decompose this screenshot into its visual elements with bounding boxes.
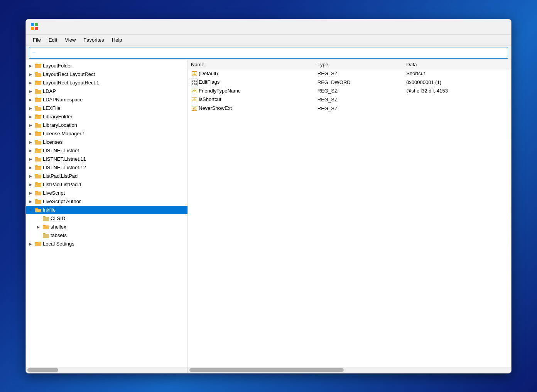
reg-sz-icon: ab — [191, 88, 198, 94]
expand-arrow[interactable]: ▶ — [27, 80, 34, 86]
detail-pane[interactable]: Name Type Data ab(Default)REG_SZShortcut… — [188, 60, 511, 367]
expand-arrow[interactable]: ▶ — [27, 173, 34, 179]
tree-item-label: LibraryFolder — [43, 114, 73, 119]
tree-item[interactable]: ▶ Local Settings — [26, 240, 187, 248]
cell-name: abIsShortcut — [188, 95, 314, 104]
expand-arrow[interactable] — [35, 215, 41, 222]
expand-arrow[interactable]: ▶ — [27, 63, 34, 69]
tree-item[interactable]: ▶ LiveScript Author — [26, 197, 187, 206]
expand-arrow[interactable]: ▶ — [27, 199, 34, 205]
detail-hscroll[interactable] — [188, 367, 511, 373]
svg-rect-1 — [35, 23, 38, 26]
maximize-button[interactable] — [471, 20, 489, 33]
expand-arrow[interactable]: ▶ — [27, 122, 34, 128]
tree-item[interactable]: ▶ LayoutFolder — [26, 62, 187, 70]
expand-arrow[interactable]: ▶ — [27, 131, 34, 137]
expand-arrow[interactable]: ▶ — [27, 97, 34, 103]
tree-item[interactable]: ▶ LiveScript — [26, 189, 187, 197]
cell-data — [403, 104, 511, 113]
tree-item[interactable]: tabsets — [26, 231, 187, 240]
menu-favorites[interactable]: Favorites — [79, 35, 108, 44]
bottom-scrollbars — [26, 367, 511, 373]
content-area: ▶ LayoutFolder▶ LayoutRect.LayoutRect▶ L… — [26, 60, 511, 367]
tree-pane[interactable]: ▶ LayoutFolder▶ LayoutRect.LayoutRect▶ L… — [26, 60, 188, 367]
table-row[interactable]: abFriendlyTypeNameREG_SZ@shell32.dll,-41… — [188, 87, 511, 96]
expand-arrow[interactable] — [35, 232, 41, 239]
cell-type: REG_SZ — [314, 87, 403, 96]
expand-arrow[interactable]: ▶ — [27, 165, 34, 171]
expand-arrow[interactable]: ▶ — [27, 156, 34, 162]
tree-item[interactable]: ▶ LEXFile — [26, 104, 187, 113]
tree-container: ▶ LayoutFolder▶ LayoutRect.LayoutRect▶ L… — [26, 62, 187, 248]
expand-arrow[interactable]: ▶ — [35, 224, 41, 230]
tree-item[interactable]: ▶ LibraryFolder — [26, 113, 187, 121]
table-row[interactable]: ab(Default)REG_SZShortcut — [188, 69, 511, 78]
expand-arrow[interactable]: ▶ — [27, 71, 34, 77]
tree-hscroll-thumb — [27, 368, 58, 372]
expand-arrow[interactable]: ▶ — [27, 88, 34, 94]
tree-item[interactable]: ▾ lnkfile — [26, 206, 187, 214]
table-row[interactable]: abNeverShowExtREG_SZ — [188, 104, 511, 113]
folder-icon — [35, 173, 42, 179]
tree-item-label: Licenses — [43, 139, 62, 145]
tree-item-label: LiveScript Author — [43, 199, 81, 204]
expand-arrow[interactable]: ▾ — [27, 207, 34, 213]
cell-type: REG_SZ — [314, 69, 403, 78]
tree-item[interactable]: CLSID — [26, 214, 187, 223]
tree-item[interactable]: ▶ ListPad.ListPad — [26, 172, 187, 180]
address-text — [32, 52, 35, 53]
tree-item[interactable]: ▶ LibraryLocation — [26, 121, 187, 130]
folder-icon — [35, 122, 42, 128]
folder-icon — [35, 165, 42, 171]
col-data: Data — [403, 60, 511, 69]
expand-arrow[interactable]: ▶ — [27, 182, 34, 188]
tree-item-label: LibraryLocation — [43, 122, 77, 128]
tree-item[interactable]: ▶ LISTNET.Listnet.11 — [26, 155, 187, 163]
tree-item-label: LDAPNamespace — [43, 97, 83, 103]
tree-item-label: LISTNET.Listnet.11 — [43, 156, 86, 162]
tree-item[interactable]: ▶ LISTNET.Listnet — [26, 146, 187, 155]
table-row[interactable]: 011110EditFlagsREG_DWORD0x00000001 (1) — [188, 78, 511, 87]
folder-icon — [35, 156, 42, 162]
expand-arrow[interactable]: ▶ — [27, 114, 34, 120]
cell-name: 011110EditFlags — [188, 78, 314, 87]
tree-item[interactable]: ▶ ListPad.ListPad.1 — [26, 180, 187, 189]
folder-icon — [35, 207, 42, 213]
entry-name: FriendlyTypeName — [199, 88, 241, 94]
expand-arrow[interactable]: ▶ — [27, 139, 34, 145]
tree-hscroll[interactable] — [26, 367, 188, 373]
tree-item[interactable]: ▶ LayoutRect.LayoutRect.1 — [26, 79, 187, 87]
menu-bar: File Edit View Favorites Help — [26, 35, 511, 45]
tree-item-label: ListPad.ListPad — [43, 173, 78, 179]
address-bar[interactable] — [29, 47, 508, 59]
expand-arrow[interactable]: ▶ — [27, 148, 34, 154]
reg-sz-icon: ab — [191, 105, 198, 111]
cell-name: ab(Default) — [188, 69, 314, 78]
tree-item[interactable]: ▶ shellex — [26, 223, 187, 231]
svg-rect-2 — [31, 27, 34, 30]
minimize-button[interactable] — [453, 20, 471, 33]
detail-hscroll-thumb — [189, 368, 344, 372]
menu-edit[interactable]: Edit — [45, 35, 61, 44]
expand-arrow[interactable]: ▶ — [27, 190, 34, 196]
tree-item[interactable]: ▶ License.Manager.1 — [26, 130, 187, 138]
tree-item[interactable]: ▶ Licenses — [26, 138, 187, 146]
close-button[interactable] — [489, 20, 507, 33]
table-row[interactable]: abIsShortcutREG_SZ — [188, 95, 511, 104]
tree-item[interactable]: ▶ LayoutRect.LayoutRect — [26, 70, 187, 79]
folder-icon — [35, 88, 42, 94]
menu-file[interactable]: File — [29, 35, 45, 44]
menu-view[interactable]: View — [61, 35, 79, 44]
tree-item[interactable]: ▶ LDAP — [26, 87, 187, 96]
tree-item[interactable]: ▶ LDAPNamespace — [26, 96, 187, 104]
tree-item-label: tabsets — [51, 232, 67, 238]
tree-item[interactable]: ▶ LISTNET.Listnet.12 — [26, 163, 187, 172]
menu-help[interactable]: Help — [108, 35, 126, 44]
folder-icon — [35, 97, 42, 103]
expand-arrow[interactable]: ▶ — [27, 105, 34, 111]
cell-type: REG_SZ — [314, 95, 403, 104]
entry-name: EditFlags — [199, 79, 220, 85]
folder-icon — [35, 199, 42, 205]
expand-arrow[interactable]: ▶ — [27, 241, 34, 247]
cell-type: REG_DWORD — [314, 78, 403, 87]
